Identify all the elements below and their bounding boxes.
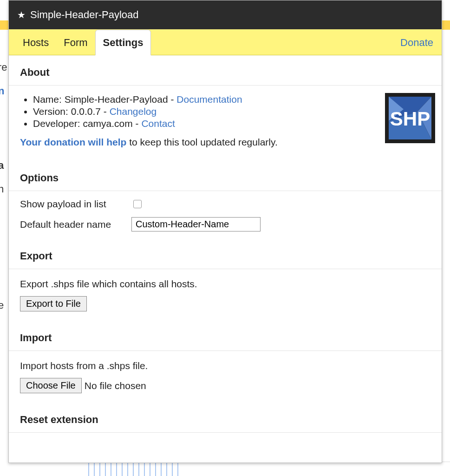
changelog-link[interactable]: Changelog [110, 106, 157, 117]
donation-text: Your donation will help to keep this too… [20, 137, 376, 148]
tab-hosts[interactable]: Hosts [15, 30, 56, 55]
star-icon: ★ [17, 9, 26, 20]
donate-link[interactable]: Donate [398, 30, 435, 55]
extension-popup: ★ Simple-Header-Payload Hosts Form Setti… [8, 0, 442, 463]
tab-bar: Hosts Form Settings Donate [9, 29, 442, 55]
about-version-label: Version: [33, 106, 68, 117]
export-desc: Export .shps file which contains all hos… [20, 278, 435, 290]
popup-title-bar: ★ Simple-Header-Payload [9, 0, 442, 29]
about-name-value: Simple-Header-Payload [65, 94, 168, 105]
import-heading: Import [20, 332, 435, 344]
about-version-value: 0.0.0.7 [71, 106, 101, 117]
about-heading: About [20, 66, 435, 79]
popup-title: Simple-Header-Payload [30, 9, 139, 21]
default-header-label: Default header name [20, 219, 117, 230]
documentation-link[interactable]: Documentation [176, 94, 242, 105]
export-button[interactable]: Export to File [20, 296, 87, 311]
choose-file-button[interactable]: Choose File [20, 378, 82, 393]
donation-rest: to keep this tool updated regularly. [126, 137, 277, 147]
tab-form[interactable]: Form [56, 30, 95, 55]
about-dev-value: camya.com [83, 118, 132, 129]
donation-link[interactable]: Your donation will help [20, 137, 126, 147]
show-payload-label: Show payload in list [20, 198, 117, 210]
tab-settings[interactable]: Settings [95, 30, 151, 55]
reset-heading: Reset extension [20, 414, 435, 426]
shp-logo-text: SHP [390, 108, 430, 130]
about-name-label: Name: [33, 94, 62, 105]
no-file-chosen-text: No file chosen [85, 380, 146, 391]
export-heading: Export [20, 250, 435, 262]
import-desc: Import hosts from a .shps file. [20, 360, 435, 371]
contact-link[interactable]: Contact [141, 118, 175, 129]
content-scroll-area[interactable]: About Name: Simple-Header-Payload - Docu… [9, 55, 442, 463]
default-header-input[interactable] [131, 217, 261, 231]
shp-logo: SHP [385, 93, 435, 143]
about-list: Name: Simple-Header-Payload - Documentat… [20, 94, 376, 129]
about-dev-label: Developer: [33, 118, 80, 129]
show-payload-checkbox[interactable] [133, 200, 142, 208]
options-heading: Options [20, 172, 435, 184]
